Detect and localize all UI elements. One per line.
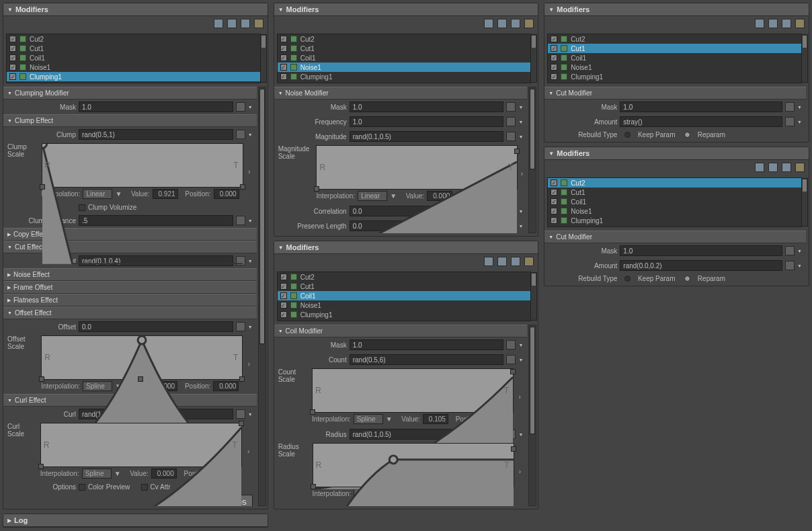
enable-checkbox[interactable]: ✓	[280, 73, 287, 80]
reparam-radio[interactable]	[684, 276, 690, 282]
enable-checkbox[interactable]: ✓	[280, 302, 287, 309]
list-item[interactable]: ✓Coil1	[7, 53, 260, 63]
panel-header-modifiers[interactable]: ▼Modifiers	[544, 147, 809, 160]
dropdown-icon[interactable]: ▼	[797, 263, 802, 268]
map-icon[interactable]	[236, 322, 245, 331]
tool-icon[interactable]	[484, 257, 493, 266]
list-item[interactable]: ✓Noise1	[278, 63, 531, 72]
amount-input[interactable]	[620, 116, 782, 127]
reparam-radio[interactable]	[684, 132, 690, 138]
enable-checkbox[interactable]: ✓	[551, 73, 557, 80]
map-icon[interactable]	[785, 246, 795, 255]
scrollbar-thumb[interactable]	[261, 36, 266, 48]
section-cut-modifier[interactable]: ▼Cut Modifier	[544, 87, 806, 99]
offset-scale-graph[interactable]: RT	[41, 335, 243, 380]
list-item[interactable]: ✓Cut1	[278, 44, 531, 53]
enable-checkbox[interactable]: ✓	[280, 45, 287, 52]
enable-checkbox[interactable]: ✓	[551, 64, 557, 71]
enable-checkbox[interactable]: ✓	[280, 292, 287, 299]
enable-checkbox[interactable]: ✓	[280, 36, 287, 42]
keep-param-radio[interactable]	[624, 132, 631, 138]
expand-icon[interactable]: ›	[245, 360, 252, 368]
scrollbar-thumb[interactable]	[532, 36, 536, 48]
folder-icon[interactable]	[795, 19, 805, 28]
dropdown-icon[interactable]: ▼	[248, 132, 253, 137]
frequency-input[interactable]	[350, 116, 504, 127]
dropdown-icon[interactable]: ▼	[518, 209, 523, 214]
map-icon[interactable]	[506, 355, 516, 364]
list-item[interactable]: ✓Clumping1	[278, 72, 531, 81]
clump-input[interactable]	[79, 129, 233, 140]
enable-checkbox[interactable]: ✓	[9, 73, 16, 80]
list-item[interactable]: ✓Clumping1	[548, 72, 801, 81]
enable-checkbox[interactable]: ✓	[9, 64, 16, 71]
tool-icon[interactable]	[227, 19, 237, 28]
expand-icon[interactable]: ›	[517, 468, 524, 475]
enable-checkbox[interactable]: ✓	[551, 217, 557, 224]
tool-icon[interactable]	[755, 19, 764, 28]
section-flatness-effect[interactable]: ▶Flatness Effect	[3, 294, 257, 307]
dropdown-icon[interactable]: ▼	[797, 249, 802, 253]
enable-checkbox[interactable]: ✓	[280, 54, 287, 61]
curl-scale-graph[interactable]: RT	[40, 423, 242, 467]
dropdown-icon[interactable]: ▼	[797, 120, 802, 124]
folder-icon[interactable]	[795, 163, 805, 172]
expand-icon[interactable]: ›	[245, 448, 253, 455]
enable-checkbox[interactable]: ✓	[551, 189, 557, 196]
tool-icon[interactable]	[511, 257, 520, 266]
list-item[interactable]: ✓Noise1	[7, 63, 260, 72]
map-icon[interactable]	[506, 117, 516, 126]
dropdown-icon[interactable]: ▼	[518, 343, 523, 348]
mask-input[interactable]	[620, 101, 782, 112]
list-item[interactable]: ✓Cut2	[278, 272, 531, 282]
panel-header-log[interactable]: ▶Log	[3, 514, 268, 527]
dropdown-icon[interactable]: ▼	[248, 105, 253, 110]
section-frame-offset[interactable]: ▶Frame Offset	[3, 281, 257, 294]
radius-scale-graph[interactable]: RT	[313, 443, 514, 487]
enable-checkbox[interactable]: ✓	[9, 45, 16, 52]
count-input[interactable]	[350, 354, 504, 365]
mask-input[interactable]	[620, 245, 782, 256]
scrollbar-thumb[interactable]	[530, 327, 535, 434]
tool-icon[interactable]	[782, 19, 791, 28]
list-item[interactable]: ✓Clumping1	[548, 216, 801, 225]
dropdown-icon[interactable]: ▼	[518, 105, 523, 110]
enable-checkbox[interactable]: ✓	[280, 274, 287, 280]
enable-checkbox[interactable]: ✓	[551, 208, 557, 214]
list-item[interactable]: ✓Noise1	[548, 63, 801, 72]
map-icon[interactable]	[785, 117, 795, 126]
map-icon[interactable]	[236, 130, 245, 139]
list-item[interactable]: ✓Cut1	[278, 282, 531, 291]
mask-input[interactable]	[350, 339, 504, 350]
map-icon[interactable]	[506, 102, 516, 112]
tool-icon[interactable]	[214, 19, 223, 28]
modifier-list[interactable]: ✓Cut2✓Cut1✓Coil1✓Noise1✓Clumping1	[6, 34, 261, 83]
map-icon[interactable]	[785, 102, 795, 112]
dropdown-icon[interactable]: ▼	[518, 120, 523, 124]
expand-icon[interactable]: ›	[516, 393, 523, 401]
list-item[interactable]: ✓Coil1	[548, 197, 801, 206]
dropdown-icon[interactable]: ▼	[248, 412, 253, 417]
tool-icon[interactable]	[755, 163, 764, 172]
map-icon[interactable]	[506, 132, 516, 141]
map-icon[interactable]	[785, 261, 795, 270]
magnitude-input[interactable]	[350, 131, 504, 142]
folder-icon[interactable]	[254, 19, 263, 28]
magnitude-scale-graph[interactable]: RT	[316, 145, 518, 190]
map-icon[interactable]	[506, 340, 516, 350]
list-item[interactable]: ✓Cut1	[548, 188, 801, 197]
dropdown-icon[interactable]: ▼	[797, 105, 802, 110]
dropdown-icon[interactable]: ▼	[248, 259, 253, 263]
section-cut-modifier[interactable]: ▼Cut Modifier	[544, 231, 806, 243]
scrollbar-thumb[interactable]	[803, 36, 807, 48]
list-item[interactable]: ✓Coil1	[278, 291, 531, 300]
list-item[interactable]: ✓Cut2	[278, 34, 531, 44]
section-noise-effect[interactable]: ▶Noise Effect	[3, 268, 257, 281]
keep-param-radio[interactable]	[624, 276, 631, 282]
expand-icon[interactable]: ›	[246, 168, 253, 175]
list-item[interactable]: ✓Cut2	[548, 34, 801, 44]
enable-checkbox[interactable]: ✓	[551, 54, 557, 61]
panel-header-modifiers[interactable]: ▼Modifiers	[544, 3, 809, 16]
section-clumping-modifier[interactable]: ▼Clumping Modifier	[3, 87, 257, 99]
amount-input[interactable]	[620, 260, 782, 271]
